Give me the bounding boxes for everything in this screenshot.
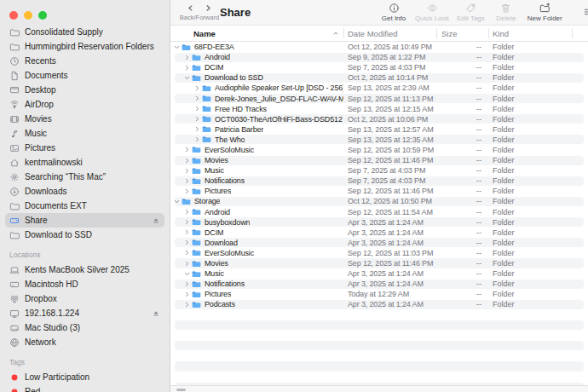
delete-button[interactable]: Delete: [493, 3, 520, 22]
table-row[interactable]: Android Sep 12, 2025 at 11:54 AM -- Fold…: [170, 207, 588, 217]
disclosure-chevron-icon[interactable]: [184, 75, 190, 81]
more-toolbar-icon[interactable]: [583, 7, 588, 17]
table-row[interactable]: Pictures Sep 12, 2025 at 11:46 PM -- Fol…: [170, 186, 588, 196]
sidebar-item-share[interactable]: Share: [5, 213, 164, 228]
table-row[interactable]: Pictures Today at 12:29 AM -- Folder: [170, 289, 588, 299]
disclosure-chevron-icon[interactable]: [184, 291, 190, 297]
sidebar-item-label: Pictures: [25, 143, 160, 153]
sidebar-item-192-168-1-224[interactable]: 192.168.1.224: [5, 306, 164, 320]
column-kind[interactable]: Kind: [493, 29, 509, 38]
sidebar-item-documents-ext[interactable]: Documents EXT: [5, 199, 164, 213]
table-row[interactable]: Podcasts Apr 3, 2025 at 1:24 AM -- Folde…: [170, 299, 588, 309]
back-forward-label: Back/Forward: [179, 14, 220, 21]
disclosure-chevron-icon[interactable]: [194, 106, 200, 112]
disclosure-chevron-icon[interactable]: [184, 168, 190, 174]
table-row[interactable]: Patricia Barber Sep 13, 2025 at 12:57 AM…: [170, 124, 588, 135]
table-row[interactable]: Music Apr 3, 2025 at 1:24 AM -- Folder: [170, 268, 588, 279]
back-icon[interactable]: [187, 4, 194, 12]
table-row[interactable]: DCIM Sep 7, 2025 at 4:03 PM -- Folder: [170, 62, 588, 72]
sidebar-item-network[interactable]: Network: [5, 335, 164, 349]
column-name[interactable]: Name: [193, 29, 216, 38]
sidebar-item-low-participation[interactable]: Low Participation: [5, 370, 164, 384]
sidebar-item-mac-studio-3[interactable]: Mac Studio (3): [5, 320, 164, 335]
sidebar-item-searching-this-mac[interactable]: Searching “This Mac”: [5, 170, 164, 184]
drive-icon: [9, 216, 20, 226]
table-row[interactable]: 68FD-EE3A Oct 12, 2025 at 10:49 PM -- Fo…: [170, 42, 588, 52]
table-row[interactable]: Notifications Apr 3, 2025 at 1:24 AM -- …: [170, 279, 588, 289]
sidebar-item-music[interactable]: Music: [5, 126, 164, 141]
sidebar-item-pictures[interactable]: Pictures: [5, 141, 164, 155]
sidebar-item-macintosh-hd[interactable]: Macintosh HD: [5, 277, 164, 291]
disclosure-chevron-icon[interactable]: [184, 55, 190, 61]
eject-icon[interactable]: [152, 216, 160, 225]
table-row[interactable]: OCT0030-TheArtOfHiFi-Bass-DSD512 Oct 2, …: [170, 114, 588, 124]
sidebar-item-red[interactable]: Red: [5, 384, 164, 392]
table-row[interactable]: Android Sep 9, 2025 at 1:22 PM -- Folder: [170, 52, 588, 62]
sidebar-item-kents-macbook-silver-2025[interactable]: Kents MacBook Silver 2025: [5, 262, 164, 277]
column-size[interactable]: Size: [441, 29, 457, 38]
eject-icon[interactable]: [152, 309, 160, 318]
table-row[interactable]: Movies Sep 12, 2025 at 11:46 PM -- Folde…: [170, 155, 588, 165]
minimize-window-button[interactable]: [24, 11, 32, 20]
disclosure-chevron-icon[interactable]: [194, 126, 200, 132]
table-row[interactable]: Storage Oct 12, 2025 at 10:50 PM -- Fold…: [170, 196, 588, 206]
hdd-icon: [9, 280, 20, 290]
disclosure-chevron-icon[interactable]: [184, 147, 190, 153]
sidebar-item-movies[interactable]: Movies: [5, 112, 164, 126]
disclosure-chevron-icon[interactable]: [184, 261, 190, 267]
disclosure-chevron-icon[interactable]: [184, 178, 190, 184]
table-row[interactable]: Derek-Jones_Julie_DSD-FLAC-WAV-MQA Sep 1…: [170, 93, 588, 103]
disclosure-chevron-icon[interactable]: [184, 239, 190, 245]
sidebar-item-downloads[interactable]: Downloads: [5, 184, 164, 199]
name-cell: Storage: [170, 197, 343, 206]
disclosure-chevron-icon[interactable]: [184, 250, 190, 256]
forward-icon[interactable]: [205, 4, 212, 12]
table-row[interactable]: EverSoloMusic Sep 12, 2025 at 11:03 PM -…: [170, 248, 588, 258]
zoom-window-button[interactable]: [38, 11, 47, 20]
sidebar-item-hummingbird-reservation-folders[interactable]: Hummingbird Reservation Folders: [5, 39, 164, 54]
date-modified-cell: Oct 12, 2025 at 10:50 PM: [343, 197, 436, 205]
sidebar-item-recents[interactable]: Recents: [5, 54, 164, 68]
table-row[interactable]: Notifications Sep 7, 2025 at 4:03 PM -- …: [170, 176, 588, 186]
table-row[interactable]: DCIM Apr 3, 2025 at 1:24 AM -- Folder: [170, 228, 588, 238]
disclosure-chevron-icon[interactable]: [194, 116, 200, 122]
sidebar-item-consolidated-supply[interactable]: Consolidated Supply: [5, 25, 164, 39]
disclosure-chevron-icon[interactable]: [184, 302, 190, 308]
disclosure-chevron-icon[interactable]: [194, 95, 200, 101]
disclosure-chevron-icon[interactable]: [184, 188, 190, 194]
disclosure-chevron-icon[interactable]: [184, 65, 190, 71]
disclosure-chevron-icon[interactable]: [184, 271, 190, 277]
table-row[interactable]: Download to SSD Oct 2, 2025 at 10:14 PM …: [170, 72, 588, 83]
sidebar-item-desktop[interactable]: Desktop: [5, 83, 164, 97]
get-info-button[interactable]: Get Info: [380, 3, 407, 22]
table-row[interactable]: EverSoloMusic Sep 12, 2025 at 10:59 PM -…: [170, 145, 588, 155]
edit-tags-button[interactable]: Edit Tags: [457, 3, 485, 22]
table-row[interactable]: Audiophile Speaker Set-Up [DSD - 256] Se…: [170, 83, 588, 93]
disclosure-chevron-icon[interactable]: [184, 219, 190, 225]
disclosure-chevron-icon[interactable]: [174, 199, 180, 205]
disclosure-chevron-icon[interactable]: [184, 158, 190, 164]
table-row[interactable]: Free HD Tracks Sep 13, 2025 at 12:15 AM …: [170, 104, 588, 114]
disclosure-chevron-icon[interactable]: [184, 209, 190, 215]
sidebar-item-kentmalinowski[interactable]: kentmalinowski: [5, 155, 164, 170]
file-list: 68FD-EE3A Oct 12, 2025 at 10:49 PM -- Fo…: [170, 42, 588, 385]
table-row[interactable]: busyboxdown Apr 3, 2025 at 1:24 AM -- Fo…: [170, 217, 588, 228]
table-row[interactable]: Movies Sep 12, 2025 at 11:46 PM -- Folde…: [170, 258, 588, 268]
sidebar-item-airdrop[interactable]: AirDrop: [5, 97, 164, 112]
folder-icon: [192, 187, 201, 196]
disclosure-chevron-icon[interactable]: [174, 44, 180, 50]
disclosure-chevron-icon[interactable]: [184, 281, 190, 287]
disclosure-chevron-icon[interactable]: [194, 85, 200, 91]
new-folder-button[interactable]: New Folder: [527, 3, 562, 22]
sidebar-item-download-to-ssd[interactable]: Download to SSD: [5, 228, 164, 242]
sidebar-item-dropbox[interactable]: Dropbox: [5, 291, 164, 306]
table-row[interactable]: The Who Sep 13, 2025 at 12:35 AM -- Fold…: [170, 135, 588, 145]
quick-look-button[interactable]: Quick Look: [415, 3, 449, 22]
close-window-button[interactable]: [9, 11, 18, 20]
disclosure-chevron-icon[interactable]: [184, 229, 190, 235]
table-row[interactable]: Music Sep 7, 2025 at 4:03 PM -- Folder: [170, 165, 588, 176]
sidebar-item-documents[interactable]: Documents: [5, 68, 164, 83]
disclosure-chevron-icon[interactable]: [194, 136, 200, 142]
column-date-modified[interactable]: Date Modified: [348, 29, 398, 38]
table-row[interactable]: Download Apr 3, 2025 at 1:24 AM -- Folde…: [170, 238, 588, 248]
